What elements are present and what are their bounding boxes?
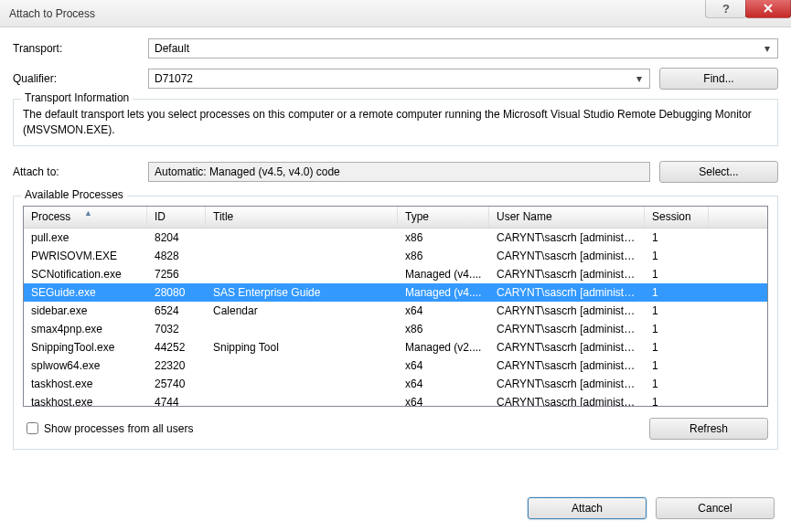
cell: CARYNT\sascrh [administrator] bbox=[489, 268, 645, 281]
col-type[interactable]: Type bbox=[398, 207, 489, 228]
cell: Managed (v4.... bbox=[398, 268, 489, 281]
cell: Snipping Tool bbox=[206, 341, 398, 354]
cell: 8204 bbox=[147, 231, 206, 244]
qualifier-value: D71072 bbox=[155, 72, 193, 85]
sort-ascending-icon: ▲ bbox=[84, 208, 92, 218]
cell: 6524 bbox=[147, 304, 206, 317]
table-row[interactable]: pull.exe8204x86CARYNT\sascrh [administra… bbox=[24, 229, 767, 247]
table-row[interactable]: sidebar.exe6524Calendarx64CARYNT\sascrh … bbox=[24, 302, 767, 320]
cell: 4828 bbox=[147, 250, 206, 262]
col-session[interactable]: Session bbox=[645, 207, 709, 228]
transport-info-text: The default transport lets you select pr… bbox=[23, 107, 768, 138]
cell: 1 bbox=[645, 304, 709, 317]
cell: CARYNT\sascrh [administrator] bbox=[489, 378, 645, 390]
cell: x86 bbox=[398, 250, 489, 262]
cell: SCNotification.exe bbox=[24, 268, 147, 281]
table-row[interactable]: SCNotification.exe7256Managed (v4....CAR… bbox=[24, 265, 767, 283]
cell: sidebar.exe bbox=[24, 304, 147, 317]
table-row[interactable]: smax4pnp.exe7032x86CARYNT\sascrh [admini… bbox=[24, 320, 767, 338]
cell: SAS Enterprise Guide bbox=[206, 286, 398, 299]
attach-button[interactable]: Attach bbox=[528, 497, 647, 519]
cell: Managed (v4.... bbox=[398, 286, 489, 299]
show-all-users-checkbox[interactable] bbox=[27, 422, 38, 434]
cancel-button[interactable]: Cancel bbox=[656, 497, 775, 519]
cell: 1 bbox=[645, 286, 709, 299]
cell: Managed (v2.... bbox=[398, 341, 489, 354]
col-user[interactable]: User Name bbox=[489, 207, 645, 228]
qualifier-combo[interactable]: D71072 ▾ bbox=[148, 69, 650, 89]
attach-to-field: Automatic: Managed (v4.5, v4.0) code bbox=[148, 162, 650, 182]
col-title[interactable]: Title bbox=[206, 207, 398, 228]
cell: x86 bbox=[398, 231, 489, 244]
process-table: ▲ Process ID Title Type User Name Sessio… bbox=[23, 206, 768, 407]
cell: taskhost.exe bbox=[24, 396, 147, 406]
cell: pull.exe bbox=[24, 231, 147, 244]
qualifier-label: Qualifier: bbox=[13, 72, 148, 85]
transport-info-title: Transport Information bbox=[21, 91, 133, 104]
cell: taskhost.exe bbox=[24, 378, 147, 390]
process-list[interactable]: pull.exe8204x86CARYNT\sascrh [administra… bbox=[24, 229, 767, 406]
cell: x86 bbox=[398, 323, 489, 335]
cell: x64 bbox=[398, 378, 489, 390]
title-bar: Attach to Process ? bbox=[0, 0, 791, 27]
cell: CARYNT\sascrh [administrator] bbox=[489, 341, 645, 354]
cell: 7256 bbox=[147, 268, 206, 281]
refresh-button[interactable]: Refresh bbox=[649, 418, 768, 440]
table-row[interactable]: taskhost.exe4744x64CARYNT\sascrh [admini… bbox=[24, 393, 767, 406]
cell: CARYNT\sascrh [administrator] bbox=[489, 323, 645, 335]
cell: x64 bbox=[398, 359, 489, 372]
cell: Calendar bbox=[206, 304, 398, 317]
select-button[interactable]: Select... bbox=[659, 161, 778, 183]
cell: SnippingTool.exe bbox=[24, 341, 147, 354]
table-row[interactable]: splwow64.exe22320x64CARYNT\sascrh [admin… bbox=[24, 356, 767, 375]
table-header: ▲ Process ID Title Type User Name Sessio… bbox=[24, 207, 767, 229]
table-row[interactable]: taskhost.exe25740x64CARYNT\sascrh [admin… bbox=[24, 375, 767, 393]
cell: CARYNT\sascrh [administrator] bbox=[489, 250, 645, 262]
transport-label: Transport: bbox=[13, 42, 148, 55]
cell: 22320 bbox=[147, 359, 206, 372]
transport-info-group: Transport Information The default transp… bbox=[13, 99, 778, 146]
cell: x64 bbox=[398, 396, 489, 406]
cell: 7032 bbox=[147, 323, 206, 335]
cell: CARYNT\sascrh [administrator] bbox=[489, 396, 645, 406]
cell: CARYNT\sascrh [administrator] bbox=[489, 286, 645, 299]
cell: 25740 bbox=[147, 378, 206, 390]
cell: CARYNT\sascrh [administrator] bbox=[489, 359, 645, 372]
col-id[interactable]: ID bbox=[147, 207, 206, 228]
cell: 1 bbox=[645, 231, 709, 244]
close-icon[interactable] bbox=[745, 0, 791, 18]
chevron-down-icon: ▾ bbox=[759, 40, 775, 57]
chevron-down-icon: ▾ bbox=[631, 70, 647, 87]
attach-to-value: Automatic: Managed (v4.5, v4.0) code bbox=[155, 165, 340, 178]
show-all-users-label: Show processes from all users bbox=[44, 422, 193, 435]
cell: 1 bbox=[645, 396, 709, 406]
table-row[interactable]: SnippingTool.exe44252Snipping ToolManage… bbox=[24, 338, 767, 356]
available-processes-title: Available Processes bbox=[21, 188, 127, 201]
available-processes-group: Available Processes ▲ Process ID Title T… bbox=[13, 196, 778, 450]
cell: 1 bbox=[645, 378, 709, 390]
table-row[interactable]: SEGuide.exe28080SAS Enterprise GuideMana… bbox=[24, 283, 767, 302]
cell: 1 bbox=[645, 359, 709, 372]
cell: CARYNT\sascrh [administrator] bbox=[489, 304, 645, 317]
svg-text:?: ? bbox=[722, 2, 730, 15]
cell: 1 bbox=[645, 341, 709, 354]
transport-combo[interactable]: Default ▾ bbox=[148, 38, 778, 59]
cell: PWRISOVM.EXE bbox=[24, 250, 147, 262]
window-title: Attach to Process bbox=[9, 7, 95, 20]
table-row[interactable]: PWRISOVM.EXE4828x86CARYNT\sascrh [admini… bbox=[24, 247, 767, 265]
cell: 44252 bbox=[147, 341, 206, 354]
help-icon[interactable]: ? bbox=[705, 0, 746, 18]
cell: smax4pnp.exe bbox=[24, 323, 147, 335]
cell: x64 bbox=[398, 304, 489, 317]
cell: 1 bbox=[645, 268, 709, 281]
cell: CARYNT\sascrh [administrator] bbox=[489, 231, 645, 244]
cell: 4744 bbox=[147, 396, 206, 406]
transport-value: Default bbox=[155, 42, 189, 55]
cell: splwow64.exe bbox=[24, 359, 147, 372]
cell: SEGuide.exe bbox=[24, 286, 147, 299]
cell: 1 bbox=[645, 250, 709, 262]
find-button[interactable]: Find... bbox=[659, 68, 778, 90]
cell: 28080 bbox=[147, 286, 206, 299]
cell: 1 bbox=[645, 323, 709, 335]
attach-to-label: Attach to: bbox=[13, 165, 148, 178]
